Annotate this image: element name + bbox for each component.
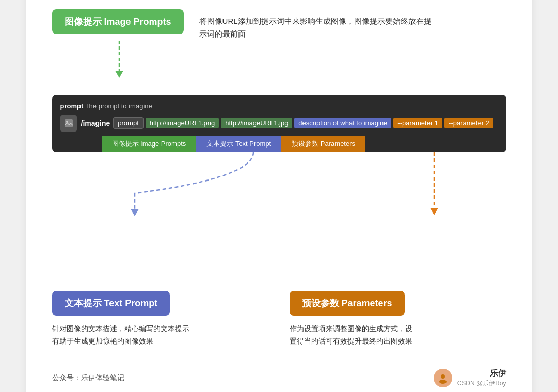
text-prompt-desc: 针对图像的文本描述，精心编写的文本提示 有助于生成更加惊艳的图像效果 — [52, 323, 269, 348]
green-arrow-area — [52, 41, 506, 79]
prompt-label-rest: The prompt to imagine — [85, 102, 152, 110]
green-dashed-arrow — [114, 41, 124, 79]
footer-right: 乐伊 CSDN @乐伊Roy — [434, 368, 506, 388]
top-section: 图像提示 Image Prompts 将图像URL添加到提示词中来影响生成图像，… — [52, 9, 506, 41]
svg-rect-2 — [65, 119, 73, 127]
top-description: 将图像URL添加到提示词中来影响生成图像，图像提示要始终放在提 示词的最前面 — [199, 9, 432, 41]
arrows-svg — [52, 152, 506, 219]
prompt-label-row: prompt The prompt to imagine — [60, 102, 498, 110]
bottom-right: 预设参数 Parameters 作为设置项来调整图像的生成方式，设 置得当的话可… — [284, 291, 506, 348]
prompt-section: prompt The prompt to imagine /imagine pr… — [52, 95, 506, 152]
color-bars: 图像提示 Image Prompts 文本提示 Text Prompt 预设参数… — [102, 136, 498, 152]
author-info: 乐伊 CSDN @乐伊Roy — [457, 368, 506, 388]
author-handle: CSDN @乐伊Roy — [457, 379, 506, 388]
image-prompts-badge: 图像提示 Image Prompts — [52, 9, 184, 34]
footer-left-label: 公众号：乐伊体验笔记 — [52, 373, 124, 383]
svg-point-8 — [439, 380, 447, 384]
main-card: 图像提示 Image Prompts 将图像URL添加到提示词中来影响生成图像，… — [26, 0, 532, 392]
svg-point-7 — [441, 374, 445, 379]
svg-marker-1 — [115, 71, 123, 78]
parameters-badge: 预设参数 Parameters — [290, 291, 405, 316]
bottom-left: 文本提示 Text Prompt 针对图像的文本描述，精心编写的文本提示 有助于… — [52, 291, 284, 348]
parameters-desc: 作为设置项来调整图像的生成方式，设 置得当的话可有效提升最终的出图效果 — [290, 323, 506, 348]
bar-blue: 文本提示 Text Prompt — [196, 136, 281, 152]
svg-marker-6 — [430, 208, 438, 215]
desc-pill: description of what to imagine — [294, 118, 391, 128]
bar-green: 图像提示 Image Prompts — [102, 136, 197, 152]
author-name: 乐伊 — [457, 368, 506, 379]
imagine-cmd: /imagine — [81, 119, 110, 127]
arrow-spacer — [52, 221, 506, 286]
footer: 公众号：乐伊体验笔记 乐伊 CSDN @乐伊Roy — [52, 362, 506, 388]
text-prompt-badge: 文本提示 Text Prompt — [52, 291, 170, 316]
avatar — [434, 369, 452, 387]
imagine-icon — [60, 115, 77, 132]
param2-pill: --parameter 2 — [444, 118, 493, 128]
bar-orange: 预设参数 Parameters — [281, 136, 365, 152]
imagine-row: /imagine prompt http://imageURL1.png htt… — [60, 115, 498, 132]
url1-pill: http://imageURL1.png — [146, 118, 219, 128]
mid-wrapper: prompt The prompt to imagine /imagine pr… — [52, 95, 506, 221]
bottom-cards: 文本提示 Text Prompt 针对图像的文本描述，精心编写的文本提示 有助于… — [52, 291, 506, 348]
svg-marker-4 — [131, 209, 139, 216]
prompt-pill: prompt — [113, 117, 143, 129]
param1-pill: --parameter 1 — [393, 118, 442, 128]
url2-pill: http://imageURL1.jpg — [221, 118, 292, 128]
prompt-label-bold: prompt — [60, 102, 84, 110]
